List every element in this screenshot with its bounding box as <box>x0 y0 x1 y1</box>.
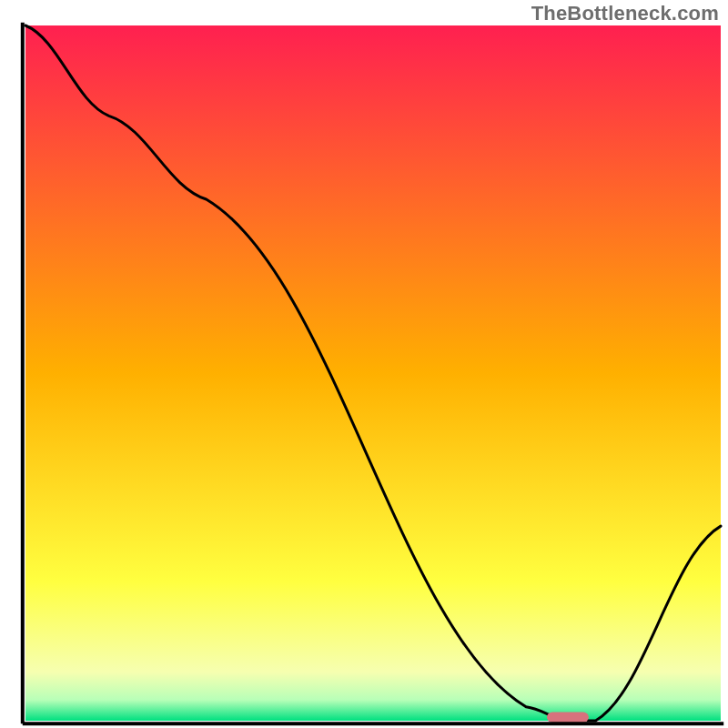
plot-background <box>25 25 721 721</box>
sweet-spot-marker <box>547 712 589 722</box>
bottleneck-chart <box>0 0 728 728</box>
